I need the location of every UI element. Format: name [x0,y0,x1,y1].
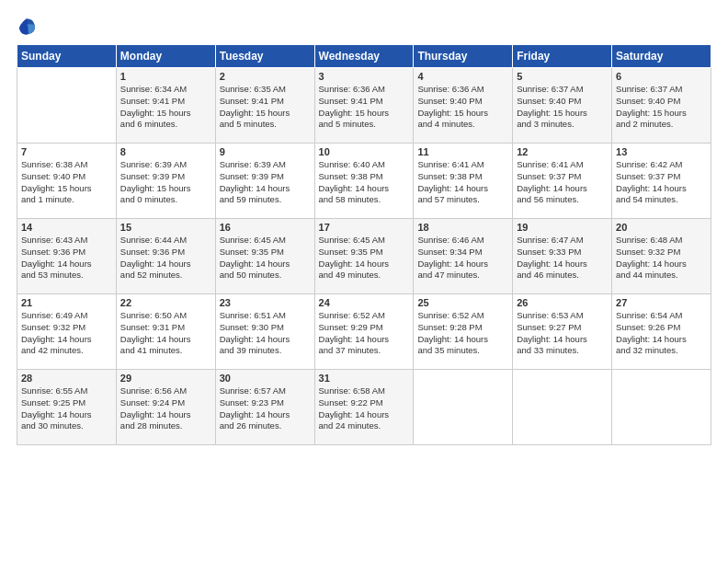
calendar-cell: 21Sunrise: 6:49 AM Sunset: 9:32 PM Dayli… [17,294,117,370]
day-number: 5 [517,71,608,82]
day-number: 18 [417,222,508,233]
week-row-1: 1Sunrise: 6:34 AM Sunset: 9:41 PM Daylig… [17,68,711,144]
cell-info: Sunrise: 6:36 AM Sunset: 9:40 PM Dayligh… [417,84,508,131]
cell-info: Sunrise: 6:37 AM Sunset: 9:40 PM Dayligh… [517,84,608,131]
day-number: 13 [616,146,707,157]
cell-info: Sunrise: 6:39 AM Sunset: 9:39 PM Dayligh… [220,159,311,206]
calendar-cell: 9Sunrise: 6:39 AM Sunset: 9:39 PM Daylig… [215,144,314,219]
day-number: 17 [319,222,410,233]
day-number: 4 [417,71,508,82]
calendar-cell [612,370,711,445]
day-number: 9 [220,146,311,157]
week-row-2: 7Sunrise: 6:38 AM Sunset: 9:40 PM Daylig… [17,144,711,219]
col-header-wednesday: Wednesday [314,45,414,68]
day-number: 12 [517,146,608,157]
cell-info: Sunrise: 6:34 AM Sunset: 9:41 PM Dayligh… [120,84,211,131]
logo [17,17,40,37]
cell-info: Sunrise: 6:52 AM Sunset: 9:29 PM Dayligh… [319,310,410,357]
logo-icon [17,17,37,37]
day-number: 28 [21,373,112,384]
calendar-cell: 25Sunrise: 6:52 AM Sunset: 9:28 PM Dayli… [414,294,513,370]
calendar-cell: 30Sunrise: 6:57 AM Sunset: 9:23 PM Dayli… [215,370,314,445]
calendar-cell: 6Sunrise: 6:37 AM Sunset: 9:40 PM Daylig… [612,68,711,144]
day-number: 20 [616,222,707,233]
calendar-cell: 12Sunrise: 6:41 AM Sunset: 9:37 PM Dayli… [513,144,612,219]
col-header-thursday: Thursday [414,45,513,68]
day-number: 27 [616,297,707,308]
calendar-cell: 10Sunrise: 6:40 AM Sunset: 9:38 PM Dayli… [314,144,414,219]
day-number: 6 [616,71,707,82]
header-row: SundayMondayTuesdayWednesdayThursdayFrid… [17,45,711,68]
cell-info: Sunrise: 6:41 AM Sunset: 9:38 PM Dayligh… [417,159,508,206]
cell-info: Sunrise: 6:47 AM Sunset: 9:33 PM Dayligh… [517,235,608,282]
day-number: 7 [21,146,112,157]
calendar-cell: 13Sunrise: 6:42 AM Sunset: 9:37 PM Dayli… [612,144,711,219]
calendar-table: SundayMondayTuesdayWednesdayThursdayFrid… [17,44,711,445]
calendar-cell: 23Sunrise: 6:51 AM Sunset: 9:30 PM Dayli… [215,294,314,370]
day-number: 19 [517,222,608,233]
calendar-cell: 7Sunrise: 6:38 AM Sunset: 9:40 PM Daylig… [17,144,117,219]
col-header-monday: Monday [116,45,215,68]
cell-info: Sunrise: 6:42 AM Sunset: 9:37 PM Dayligh… [616,159,707,206]
page: SundayMondayTuesdayWednesdayThursdayFrid… [0,0,728,563]
calendar-cell: 3Sunrise: 6:36 AM Sunset: 9:41 PM Daylig… [314,68,414,144]
cell-info: Sunrise: 6:49 AM Sunset: 9:32 PM Dayligh… [21,310,112,357]
col-header-saturday: Saturday [612,45,711,68]
cell-info: Sunrise: 6:52 AM Sunset: 9:28 PM Dayligh… [417,310,508,357]
calendar-cell: 19Sunrise: 6:47 AM Sunset: 9:33 PM Dayli… [513,219,612,294]
cell-info: Sunrise: 6:54 AM Sunset: 9:26 PM Dayligh… [616,310,707,357]
day-number: 11 [417,146,508,157]
cell-info: Sunrise: 6:45 AM Sunset: 9:35 PM Dayligh… [220,235,311,282]
cell-info: Sunrise: 6:37 AM Sunset: 9:40 PM Dayligh… [616,84,707,131]
cell-info: Sunrise: 6:40 AM Sunset: 9:38 PM Dayligh… [319,159,410,206]
col-header-friday: Friday [513,45,612,68]
calendar-cell: 31Sunrise: 6:58 AM Sunset: 9:22 PM Dayli… [314,370,414,445]
cell-info: Sunrise: 6:55 AM Sunset: 9:25 PM Dayligh… [21,385,112,432]
calendar-cell: 20Sunrise: 6:48 AM Sunset: 9:32 PM Dayli… [612,219,711,294]
cell-info: Sunrise: 6:50 AM Sunset: 9:31 PM Dayligh… [120,310,211,357]
cell-info: Sunrise: 6:56 AM Sunset: 9:24 PM Dayligh… [120,385,211,432]
header [17,17,711,37]
calendar-cell: 29Sunrise: 6:56 AM Sunset: 9:24 PM Dayli… [116,370,215,445]
calendar-cell: 28Sunrise: 6:55 AM Sunset: 9:25 PM Dayli… [17,370,117,445]
day-number: 10 [319,146,410,157]
calendar-cell [17,68,117,144]
cell-info: Sunrise: 6:58 AM Sunset: 9:22 PM Dayligh… [319,385,410,432]
calendar-cell: 16Sunrise: 6:45 AM Sunset: 9:35 PM Dayli… [215,219,314,294]
calendar-cell: 2Sunrise: 6:35 AM Sunset: 9:41 PM Daylig… [215,68,314,144]
day-number: 21 [21,297,112,308]
day-number: 25 [417,297,508,308]
week-row-3: 14Sunrise: 6:43 AM Sunset: 9:36 PM Dayli… [17,219,711,294]
cell-info: Sunrise: 6:36 AM Sunset: 9:41 PM Dayligh… [319,84,410,131]
calendar-cell [513,370,612,445]
cell-info: Sunrise: 6:44 AM Sunset: 9:36 PM Dayligh… [120,235,211,282]
day-number: 1 [120,71,211,82]
calendar-cell: 18Sunrise: 6:46 AM Sunset: 9:34 PM Dayli… [414,219,513,294]
cell-info: Sunrise: 6:35 AM Sunset: 9:41 PM Dayligh… [220,84,311,131]
cell-info: Sunrise: 6:39 AM Sunset: 9:39 PM Dayligh… [120,159,211,206]
calendar-cell: 4Sunrise: 6:36 AM Sunset: 9:40 PM Daylig… [414,68,513,144]
cell-info: Sunrise: 6:53 AM Sunset: 9:27 PM Dayligh… [517,310,608,357]
cell-info: Sunrise: 6:38 AM Sunset: 9:40 PM Dayligh… [21,159,112,206]
calendar-cell: 8Sunrise: 6:39 AM Sunset: 9:39 PM Daylig… [116,144,215,219]
cell-info: Sunrise: 6:46 AM Sunset: 9:34 PM Dayligh… [417,235,508,282]
col-header-sunday: Sunday [17,45,117,68]
day-number: 2 [220,71,311,82]
day-number: 24 [319,297,410,308]
calendar-cell [414,370,513,445]
calendar-cell: 14Sunrise: 6:43 AM Sunset: 9:36 PM Dayli… [17,219,117,294]
day-number: 14 [21,222,112,233]
day-number: 30 [220,373,311,384]
calendar-cell: 5Sunrise: 6:37 AM Sunset: 9:40 PM Daylig… [513,68,612,144]
calendar-cell: 27Sunrise: 6:54 AM Sunset: 9:26 PM Dayli… [612,294,711,370]
cell-info: Sunrise: 6:45 AM Sunset: 9:35 PM Dayligh… [319,235,410,282]
calendar-cell: 11Sunrise: 6:41 AM Sunset: 9:38 PM Dayli… [414,144,513,219]
cell-info: Sunrise: 6:48 AM Sunset: 9:32 PM Dayligh… [616,235,707,282]
calendar-cell: 15Sunrise: 6:44 AM Sunset: 9:36 PM Dayli… [116,219,215,294]
calendar-cell: 17Sunrise: 6:45 AM Sunset: 9:35 PM Dayli… [314,219,414,294]
day-number: 26 [517,297,608,308]
day-number: 3 [319,71,410,82]
day-number: 31 [319,373,410,384]
cell-info: Sunrise: 6:43 AM Sunset: 9:36 PM Dayligh… [21,235,112,282]
cell-info: Sunrise: 6:57 AM Sunset: 9:23 PM Dayligh… [220,385,311,432]
